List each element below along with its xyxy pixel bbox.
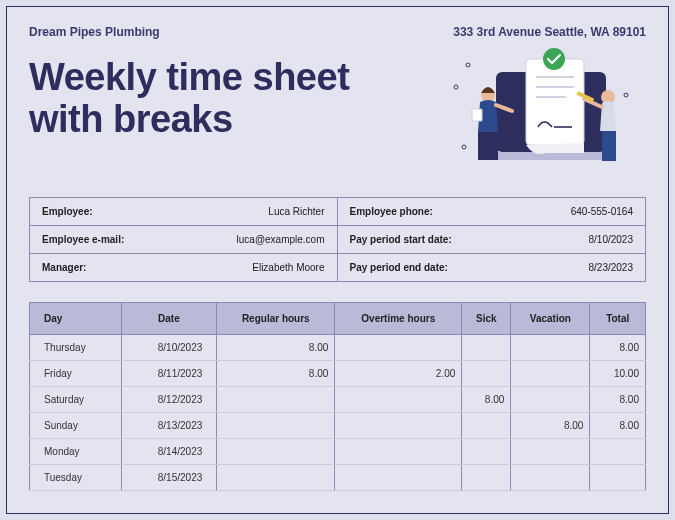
table-row: Sunday8/13/20238.008.00 <box>30 413 646 439</box>
svg-rect-14 <box>472 109 482 121</box>
info-label: Pay period end date: <box>350 262 448 273</box>
cell-sick <box>462 465 511 491</box>
title-line-2: with breaks <box>29 98 233 140</box>
info-manager: Manager: Elizabeth Moore <box>30 254 338 281</box>
col-sick: Sick <box>462 303 511 335</box>
cell-date: 8/12/2023 <box>121 387 217 413</box>
cell-regular <box>217 439 335 465</box>
cell-vacation <box>511 439 590 465</box>
cell-overtime <box>335 387 462 413</box>
svg-point-2 <box>462 145 466 149</box>
cell-sick <box>462 361 511 387</box>
cell-total: 8.00 <box>590 413 646 439</box>
cell-total <box>590 439 646 465</box>
company-name: Dream Pipes Plumbing <box>29 25 160 39</box>
info-phone: Employee phone: 640-555-0164 <box>338 198 646 226</box>
table-row: Saturday8/12/20238.008.00 <box>30 387 646 413</box>
table-row: Friday8/11/20238.002.0010.00 <box>30 361 646 387</box>
cell-overtime <box>335 439 462 465</box>
cell-vacation: 8.00 <box>511 413 590 439</box>
cell-regular <box>217 387 335 413</box>
cell-regular: 8.00 <box>217 335 335 361</box>
info-email: Employee e-mail: luca@example.com <box>30 226 338 254</box>
svg-point-11 <box>543 48 565 70</box>
cell-sick: 8.00 <box>462 387 511 413</box>
cell-sick <box>462 335 511 361</box>
col-date: Date <box>121 303 217 335</box>
cell-total: 8.00 <box>590 387 646 413</box>
cell-regular <box>217 413 335 439</box>
cell-overtime <box>335 335 462 361</box>
cell-overtime <box>335 413 462 439</box>
info-label: Employee: <box>42 206 93 217</box>
info-value: 640-555-0164 <box>571 206 633 217</box>
cell-total <box>590 465 646 491</box>
cell-day: Tuesday <box>30 465 122 491</box>
svg-point-1 <box>466 63 470 67</box>
info-value: 8/10/2023 <box>589 234 634 245</box>
cell-overtime <box>335 465 462 491</box>
cell-vacation <box>511 465 590 491</box>
svg-point-0 <box>454 85 458 89</box>
svg-rect-5 <box>490 152 612 160</box>
info-value: luca@example.com <box>237 234 325 245</box>
cell-date: 8/13/2023 <box>121 413 217 439</box>
timesheet-illustration-icon <box>426 47 646 177</box>
cell-day: Thursday <box>30 335 122 361</box>
title-line-1: Weekly time sheet <box>29 56 349 98</box>
svg-point-3 <box>624 93 628 97</box>
svg-rect-16 <box>602 131 616 161</box>
col-day: Day <box>30 303 122 335</box>
cell-total: 10.00 <box>590 361 646 387</box>
info-label: Manager: <box>42 262 86 273</box>
cell-total: 8.00 <box>590 335 646 361</box>
col-overtime: Overtime hours <box>335 303 462 335</box>
hero-section: Weekly time sheet with breaks <box>29 47 646 177</box>
cell-date: 8/10/2023 <box>121 335 217 361</box>
cell-sick <box>462 439 511 465</box>
info-label: Pay period start date: <box>350 234 452 245</box>
info-start-date: Pay period start date: 8/10/2023 <box>338 226 646 254</box>
cell-date: 8/11/2023 <box>121 361 217 387</box>
table-header-row: Day Date Regular hours Overtime hours Si… <box>30 303 646 335</box>
cell-day: Saturday <box>30 387 122 413</box>
cell-day: Sunday <box>30 413 122 439</box>
cell-day: Monday <box>30 439 122 465</box>
cell-date: 8/14/2023 <box>121 439 217 465</box>
header-bar: Dream Pipes Plumbing 333 3rd Avenue Seat… <box>29 25 646 39</box>
info-value: 8/23/2023 <box>589 262 634 273</box>
cell-vacation <box>511 335 590 361</box>
info-label: Employee phone: <box>350 206 433 217</box>
table-row: Tuesday8/15/2023 <box>30 465 646 491</box>
company-address: 333 3rd Avenue Seattle, WA 89101 <box>453 25 646 39</box>
cell-day: Friday <box>30 361 122 387</box>
timesheet-page: Dream Pipes Plumbing 333 3rd Avenue Seat… <box>6 6 669 514</box>
table-row: Thursday8/10/20238.008.00 <box>30 335 646 361</box>
col-total: Total <box>590 303 646 335</box>
timesheet-table: Day Date Regular hours Overtime hours Si… <box>29 302 646 491</box>
info-grid: Employee: Luca Richter Employee phone: 6… <box>29 197 646 282</box>
col-vacation: Vacation <box>511 303 590 335</box>
info-employee: Employee: Luca Richter <box>30 198 338 226</box>
info-end-date: Pay period end date: 8/23/2023 <box>338 254 646 281</box>
cell-overtime: 2.00 <box>335 361 462 387</box>
cell-regular: 8.00 <box>217 361 335 387</box>
table-row: Monday8/14/2023 <box>30 439 646 465</box>
info-value: Elizabeth Moore <box>252 262 324 273</box>
cell-regular <box>217 465 335 491</box>
info-label: Employee e-mail: <box>42 234 124 245</box>
cell-vacation <box>511 387 590 413</box>
col-regular: Regular hours <box>217 303 335 335</box>
svg-rect-6 <box>526 59 584 145</box>
info-value: Luca Richter <box>268 206 324 217</box>
page-title: Weekly time sheet with breaks <box>29 57 349 141</box>
cell-vacation <box>511 361 590 387</box>
cell-date: 8/15/2023 <box>121 465 217 491</box>
cell-sick <box>462 413 511 439</box>
svg-rect-13 <box>478 132 498 160</box>
